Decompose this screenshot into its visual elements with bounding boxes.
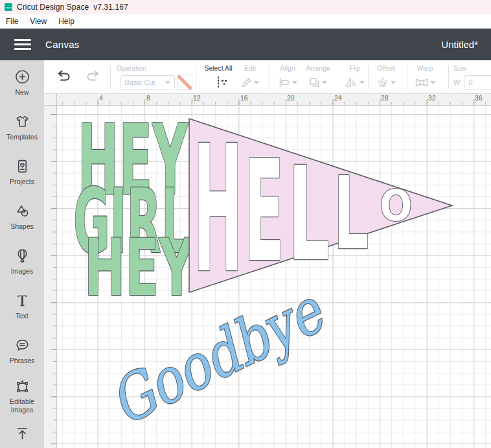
menubar: File View Help bbox=[0, 14, 491, 29]
svg-text:L: L bbox=[334, 155, 369, 272]
hey-girl-hey-object[interactable]: HEY GIRL HEY bbox=[73, 106, 195, 314]
sidebar-item-label: Editable Images bbox=[0, 397, 44, 414]
tshirt-icon bbox=[14, 113, 30, 130]
app-header: Canvas Untitled* bbox=[0, 29, 491, 60]
operation-label: Operation bbox=[117, 64, 196, 72]
pencil-icon bbox=[241, 80, 252, 90]
operation-group: Operation Basic Cut bbox=[117, 64, 196, 90]
width-input[interactable] bbox=[464, 75, 491, 89]
svg-text:L: L bbox=[288, 139, 330, 290]
flip-label: Flip bbox=[341, 64, 369, 72]
offset-label: Offset bbox=[372, 64, 400, 72]
editable-nodes-icon bbox=[14, 378, 30, 394]
layered-squares-icon bbox=[309, 80, 320, 90]
align-button[interactable] bbox=[279, 77, 290, 88]
select-all-group: Select All bbox=[201, 64, 236, 90]
offset-button[interactable] bbox=[377, 77, 389, 88]
ruler-label: 32 bbox=[428, 94, 436, 102]
warped-rectangle-icon bbox=[415, 80, 428, 89]
window-title: Cricut Design Space v7.31.167 bbox=[17, 3, 128, 12]
menu-help[interactable]: Help bbox=[52, 16, 80, 27]
align-group: Align bbox=[274, 64, 301, 90]
sidebar-item-label: Text bbox=[16, 312, 28, 320]
undo-button[interactable] bbox=[56, 69, 73, 82]
sidebar-item-phrases[interactable]: Phrases bbox=[0, 329, 44, 373]
page-title: Canvas bbox=[45, 39, 80, 50]
flip-group: Flip bbox=[341, 64, 369, 90]
ruler-label: 8 bbox=[44, 209, 45, 213]
sidebar-item-label: Templates bbox=[6, 133, 38, 141]
width-label: W bbox=[453, 78, 460, 86]
document-title: Untitled* bbox=[441, 39, 478, 50]
menu-view[interactable]: View bbox=[24, 16, 52, 27]
svg-text:HEY: HEY bbox=[84, 222, 195, 314]
design-canvas[interactable]: HEY GIRL HEY H E L L O bbox=[57, 106, 491, 448]
ruler-corner bbox=[44, 94, 57, 106]
svg-text:E: E bbox=[244, 131, 284, 293]
ruler-label: 24 bbox=[44, 397, 45, 405]
dashed-selection-icon bbox=[218, 77, 219, 88]
sidebar-item-label: Shapes bbox=[10, 222, 34, 231]
ruler-label: 8 bbox=[146, 94, 150, 102]
sidebar-item-shapes[interactable]: Shapes bbox=[0, 195, 44, 239]
left-sidebar: New Templates Projects Shapes bbox=[0, 60, 44, 448]
horizontal-ruler: 4 8 12 16 20 24 28 32 36 bbox=[57, 94, 491, 106]
ruler-label: 20 bbox=[287, 94, 295, 102]
upload-arrow-icon bbox=[14, 425, 30, 442]
ruler-label: 12 bbox=[44, 257, 45, 265]
svg-text:O: O bbox=[380, 181, 412, 231]
speech-bubble-icon bbox=[14, 337, 30, 353]
sidebar-item-label: Projects bbox=[10, 178, 34, 186]
sidebar-item-text[interactable]: Text bbox=[0, 284, 44, 329]
chevron-down-icon bbox=[360, 81, 365, 84]
hello-pennant-object[interactable]: H E L L O bbox=[189, 108, 452, 312]
flip-button[interactable] bbox=[345, 77, 358, 88]
vertical-ruler: 0 4 8 12 16 20 24 28 bbox=[44, 106, 57, 448]
size-group: Size W bbox=[453, 64, 491, 90]
ruler-label: 28 bbox=[44, 445, 45, 448]
window-titlebar: cricut Cricut Design Space v7.31.167 bbox=[0, 0, 491, 14]
chevron-down-icon bbox=[430, 81, 435, 84]
ruler-label: 20 bbox=[44, 351, 45, 359]
sidebar-item-projects[interactable]: Projects bbox=[0, 150, 44, 195]
operation-select[interactable]: Basic Cut bbox=[120, 75, 175, 89]
chevron-down-icon bbox=[254, 81, 259, 84]
ruler-label: 28 bbox=[381, 94, 389, 102]
redo-button[interactable] bbox=[84, 69, 101, 82]
edit-label: Edit bbox=[238, 64, 262, 72]
undo-icon bbox=[56, 74, 73, 84]
chevron-down-icon bbox=[292, 81, 297, 84]
edit-button[interactable] bbox=[241, 77, 252, 88]
hamburger-menu-icon[interactable] bbox=[14, 36, 31, 53]
warp-group: Warp bbox=[409, 64, 440, 90]
dashed-pentagon-icon bbox=[377, 80, 389, 90]
hot-air-balloon-icon bbox=[14, 248, 30, 264]
edit-group: Edit bbox=[238, 64, 262, 90]
ruler-label: 16 bbox=[44, 303, 45, 311]
ruler-label: 4 bbox=[99, 94, 103, 102]
align-left-icon bbox=[279, 80, 290, 89]
sidebar-item-templates[interactable]: Templates bbox=[0, 105, 44, 150]
project-card-icon bbox=[14, 158, 30, 174]
redo-icon bbox=[84, 74, 101, 84]
sidebar-item-editable-images[interactable]: Editable Images bbox=[0, 374, 44, 419]
mirrored-triangles-icon bbox=[345, 80, 358, 89]
ruler-label: 24 bbox=[334, 94, 342, 102]
offset-group: Offset bbox=[372, 64, 400, 90]
color-swatch[interactable] bbox=[177, 75, 192, 90]
select-all-label: Select All bbox=[201, 64, 236, 72]
sidebar-item-new[interactable]: New bbox=[0, 60, 44, 105]
align-label: Align bbox=[274, 64, 301, 72]
warp-button[interactable] bbox=[415, 78, 428, 88]
svg-text:H: H bbox=[193, 108, 243, 312]
ruler-label: 36 bbox=[475, 94, 483, 102]
ruler-label: 4 bbox=[44, 163, 45, 167]
menu-file[interactable]: File bbox=[0, 16, 24, 27]
cricut-logo-icon: cricut bbox=[5, 3, 12, 11]
plus-circle-icon bbox=[14, 69, 30, 85]
sidebar-item-images[interactable]: Images bbox=[0, 239, 44, 284]
sidebar-item-label: Phrases bbox=[10, 357, 35, 365]
chevron-down-icon bbox=[165, 81, 170, 84]
sidebar-item-upload[interactable] bbox=[0, 419, 44, 448]
arrange-button[interactable] bbox=[309, 77, 320, 88]
